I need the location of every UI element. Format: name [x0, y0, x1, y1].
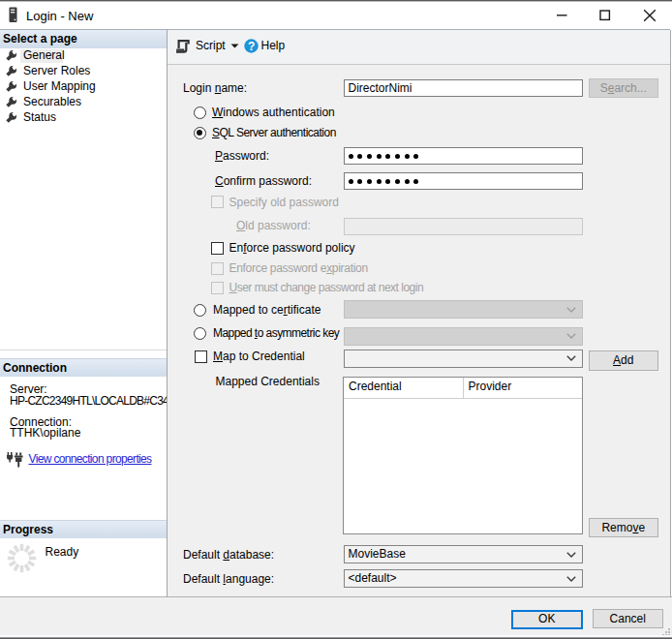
- svg-text:?: ?: [247, 39, 254, 52]
